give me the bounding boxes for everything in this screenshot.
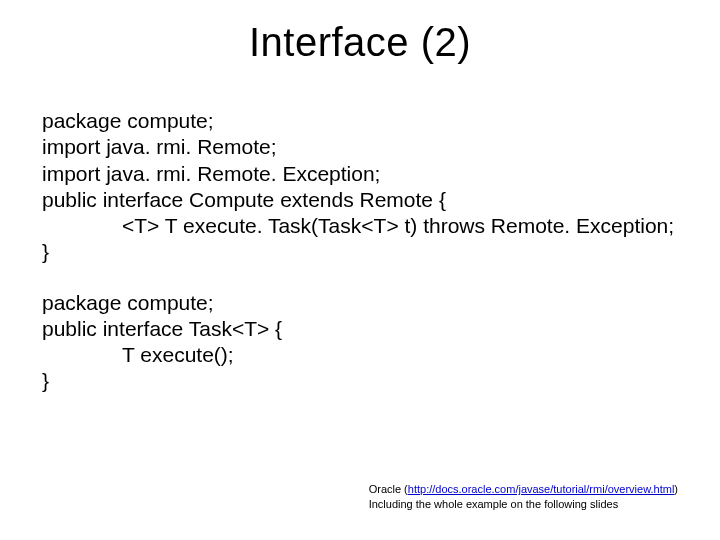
source-link[interactable]: http://docs.oracle.com/javase/tutorial/r… [408,483,675,495]
code-line: } [42,239,678,265]
footer-source: Oracle (http://docs.oracle.com/javase/tu… [369,482,678,497]
slide-title: Interface (2) [0,20,720,65]
code-line: public interface Compute extends Remote … [42,187,678,213]
footer-note: Including the whole example on the follo… [369,497,678,512]
code-line: <T> T execute. Task(Task<T> t) throws Re… [42,213,678,239]
slide: Interface (2) package compute; import ja… [0,0,720,540]
code-line: } [42,368,678,394]
footer: Oracle (http://docs.oracle.com/javase/tu… [369,482,678,512]
footer-source-suffix: ) [674,483,678,495]
code-line: T execute(); [42,342,678,368]
footer-source-prefix: Oracle ( [369,483,408,495]
code-line: package compute; [42,290,678,316]
code-line: public interface Task<T> { [42,316,678,342]
code-line: import java. rmi. Remote; [42,134,678,160]
slide-body: package compute; import java. rmi. Remot… [42,108,678,395]
spacer [42,266,678,290]
code-line: package compute; [42,108,678,134]
code-line: import java. rmi. Remote. Exception; [42,161,678,187]
